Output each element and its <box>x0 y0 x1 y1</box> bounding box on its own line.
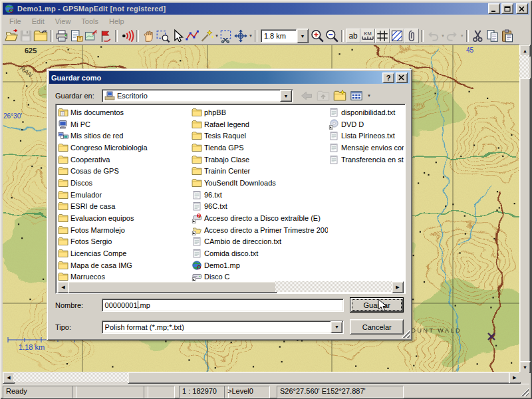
toolbar-select-arrow-button[interactable] <box>170 29 185 43</box>
dialog-up-folder-button[interactable] <box>317 89 330 102</box>
file-item[interactable]: Tesis Raquel <box>192 130 328 142</box>
toolbar-cut-button[interactable] <box>471 29 485 43</box>
map-vertical-scrollbar[interactable]: ▲ ▼ <box>519 45 529 372</box>
scroll-track[interactable] <box>519 55 529 78</box>
toolbar-ruler-km-button[interactable]: KM <box>360 29 375 43</box>
toolbar-upload-flag-button[interactable] <box>98 29 113 43</box>
toolbar-crop-region-button[interactable] <box>219 29 233 43</box>
toolbar-close-map-button[interactable] <box>33 29 48 43</box>
toolbar-file-properties-button[interactable] <box>69 29 84 43</box>
dialog-new-folder-button[interactable] <box>333 89 346 102</box>
file-item[interactable]: Cooperativa <box>58 154 191 166</box>
toolbar-zoom-select-button[interactable] <box>156 29 170 43</box>
file-item[interactable]: Congreso Microbiologia <box>58 142 191 154</box>
file-item[interactable]: Trabajo Clase <box>192 154 328 166</box>
file-item[interactable]: Discos <box>58 177 191 189</box>
toolbar-zoom-in-button[interactable] <box>310 29 325 43</box>
file-item[interactable]: Mapa de casa IMG <box>58 259 191 271</box>
toolbar-copy-button[interactable] <box>485 29 500 43</box>
file-item[interactable]: YouSendIt Downloads <box>192 177 328 189</box>
file-list[interactable]: Mis documentosMi PCMis sitios de redCong… <box>55 104 406 294</box>
toolbar-paste-button[interactable] <box>500 29 515 43</box>
menu-view[interactable]: View <box>50 16 76 27</box>
toolbar-labels-ab-button[interactable]: ab <box>346 29 360 43</box>
file-item[interactable]: Mis sitios de red <box>58 130 191 142</box>
toolbar-map-properties-button[interactable] <box>84 29 98 43</box>
map-horizontal-scrollbar[interactable]: ◀ ▶ <box>3 372 519 382</box>
file-item[interactable]: CAmbio de direccion.txt <box>192 236 328 248</box>
toolbar-move-objects-dropdown[interactable]: ▼ <box>249 34 253 38</box>
file-item[interactable]: Acceso directo a Primer Trimestre 2006 <box>192 224 328 236</box>
menu-help[interactable]: Help <box>104 16 130 27</box>
file-item[interactable]: Mensaje envios cor <box>329 142 404 154</box>
dialog-resize-grip[interactable] <box>402 330 410 338</box>
minimize-button[interactable] <box>488 3 500 14</box>
file-item[interactable]: Lista Pirineos.txt <box>329 130 404 142</box>
file-item[interactable]: Evaluacion equipos <box>58 212 191 224</box>
file-item[interactable]: Cosas de GPS <box>58 165 191 177</box>
scroll-right-button[interactable]: ▶ <box>392 281 404 293</box>
menu-tools[interactable]: Tools <box>76 16 104 27</box>
dialog-help-button[interactable]: ? <box>382 72 394 83</box>
toolbar-move-objects-button[interactable] <box>233 29 248 43</box>
toolbar-zoom-out-button[interactable] <box>325 29 339 43</box>
scale-dropdown-button[interactable]: ▼ <box>297 29 309 43</box>
dialog-back-arrow-button[interactable] <box>300 89 313 102</box>
toolbar-save-map-button[interactable] <box>19 29 33 43</box>
file-item[interactable]: phpBB <box>192 106 328 118</box>
look-in-dropdown-button[interactable]: ▼ <box>280 90 292 102</box>
vertical-scroll-thumb[interactable] <box>519 78 531 362</box>
horizontal-scroll-thumb[interactable] <box>128 372 510 384</box>
toolbar-gps-signal-button[interactable] <box>120 29 134 43</box>
dialog-close-button[interactable] <box>396 72 408 83</box>
toolbar-redo-button[interactable] <box>445 29 460 43</box>
filetype-combobox[interactable]: Polish format (*.mp;*.txt) ▼ <box>102 321 344 334</box>
file-item[interactable]: Transferencia en st <box>329 154 404 166</box>
file-list-horizontal-scrollbar[interactable]: ◀ ▶ <box>57 281 404 292</box>
toolbar-print-button[interactable] <box>55 29 69 43</box>
cancel-button[interactable]: Cancelar <box>350 319 404 334</box>
menu-file[interactable]: File <box>4 16 27 27</box>
filetype-dropdown-button[interactable]: ▼ <box>331 321 342 333</box>
filename-input[interactable]: 00000001.mp <box>102 299 344 312</box>
look-in-combobox[interactable]: Escritorio ▼ <box>102 89 293 102</box>
file-item[interactable]: disponibilidad.txt <box>329 106 404 118</box>
file-item[interactable]: Emulador <box>58 189 191 201</box>
file-item[interactable]: Fotos Sergio <box>58 236 191 248</box>
file-item[interactable]: 96.txt <box>192 189 328 201</box>
toolbar-magic-wand-button[interactable] <box>200 29 214 43</box>
file-item[interactable]: Fotos Marmolejo <box>58 224 191 236</box>
file-item[interactable]: 96C.txt <box>192 201 328 213</box>
dialog-view-menu-dropdown[interactable]: ▼ <box>367 94 371 98</box>
toolbar-redo-dropdown[interactable]: ▼ <box>460 34 464 38</box>
toolbar-pan-hand-button[interactable] <box>141 29 156 43</box>
file-item[interactable]: DVD D <box>329 118 404 130</box>
scale-combobox[interactable]: 1.8 km▼ <box>261 29 309 43</box>
dialog-title-bar[interactable]: Guardar como ? <box>49 71 410 84</box>
dialog-view-menu-button[interactable] <box>350 89 363 102</box>
toolbar-hatch-area-button[interactable] <box>390 29 404 43</box>
file-item[interactable]: ESRI de casa <box>58 201 191 213</box>
file-item[interactable]: Demo1.mp <box>192 259 328 271</box>
toolbar-polyline-button[interactable] <box>185 29 200 43</box>
maximize-button[interactable] <box>501 3 513 14</box>
title-bar[interactable]: Demo1.mp - GPSMapEdit [not registered] <box>3 3 529 15</box>
toolbar-attach-clip-button[interactable] <box>404 29 419 43</box>
file-item[interactable]: Licencias Compe <box>58 247 191 259</box>
scroll-track[interactable] <box>275 281 393 292</box>
toolbar-open-map-button[interactable] <box>4 29 19 43</box>
toolbar-undo-button[interactable] <box>426 29 440 43</box>
close-button[interactable] <box>516 3 528 14</box>
scroll-track[interactable] <box>13 372 128 382</box>
window-resize-grip[interactable] <box>520 388 529 396</box>
file-item[interactable]: Comida disco.txt <box>192 247 328 259</box>
file-item[interactable]: ?Acceso directo a Disco extraíble (E) <box>192 212 328 224</box>
toolbar-grid-button[interactable] <box>375 29 390 43</box>
menu-edit[interactable]: Edit <box>27 16 50 27</box>
file-item[interactable]: Rafael legend <box>192 118 328 130</box>
file-item[interactable]: Mi PC <box>58 118 191 130</box>
list-scroll-thumb[interactable] <box>68 281 277 293</box>
file-item[interactable]: Mis documentos <box>58 106 191 118</box>
file-item[interactable]: Tienda GPS <box>192 142 328 154</box>
file-item[interactable]: Trainin Center <box>192 165 328 177</box>
